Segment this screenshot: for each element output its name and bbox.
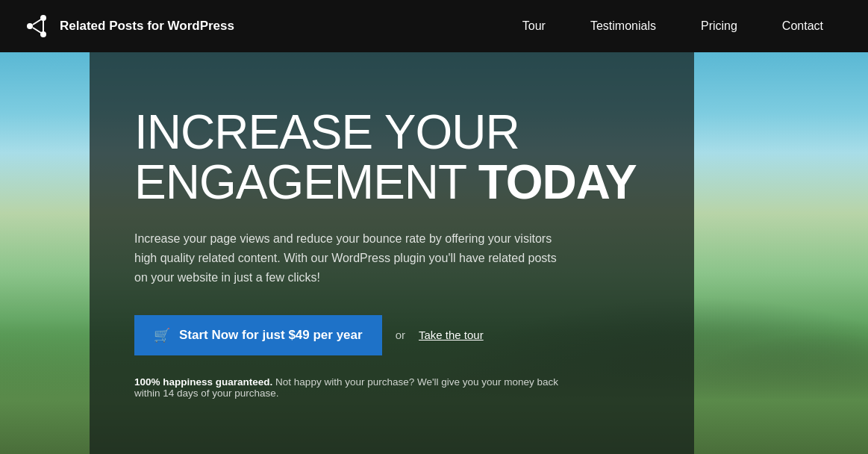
start-now-button[interactable]: 🛒 Start Now for just $49 per year: [134, 315, 382, 355]
nav-item-tour[interactable]: Tour: [500, 0, 568, 52]
logo-icon: [22, 12, 51, 40]
hero-section: INCREASE YOUR ENGAGEMENT TODAY Increase …: [0, 52, 868, 454]
hero-title-today: TODAY: [478, 155, 637, 209]
cta-row: 🛒 Start Now for just $49 per year or Tak…: [134, 315, 649, 355]
nav-item-pricing[interactable]: Pricing: [678, 0, 760, 52]
main-nav: Tour Testimonials Pricing Contact: [500, 0, 846, 52]
start-now-label: Start Now for just $49 per year: [179, 328, 363, 343]
nav-item-contact[interactable]: Contact: [760, 0, 846, 52]
hero-description: Increase your page views and reduce your…: [134, 229, 567, 288]
navbar: Related Posts for WordPress Tour Testimo…: [0, 0, 868, 52]
guarantee-text: 100% happiness guaranteed. Not happy wit…: [134, 376, 567, 399]
take-tour-link[interactable]: Take the tour: [419, 329, 484, 341]
svg-point-0: [27, 23, 33, 29]
hero-content: INCREASE YOUR ENGAGEMENT TODAY Increase …: [90, 52, 694, 454]
hero-title-line1: INCREASE YOUR: [134, 105, 519, 159]
nav-item-testimonials[interactable]: Testimonials: [568, 0, 678, 52]
svg-line-4: [33, 28, 41, 33]
cta-or-text: or: [396, 329, 405, 341]
brand-name: Related Posts for WordPress: [60, 19, 234, 34]
logo-area[interactable]: Related Posts for WordPress: [22, 12, 234, 40]
hero-title-engagement: ENGAGEMENT: [134, 155, 478, 209]
guarantee-bold: 100% happiness guaranteed.: [134, 376, 272, 388]
svg-line-3: [33, 19, 41, 25]
hero-title: INCREASE YOUR ENGAGEMENT TODAY: [134, 108, 649, 208]
cart-icon: 🛒: [154, 327, 170, 343]
